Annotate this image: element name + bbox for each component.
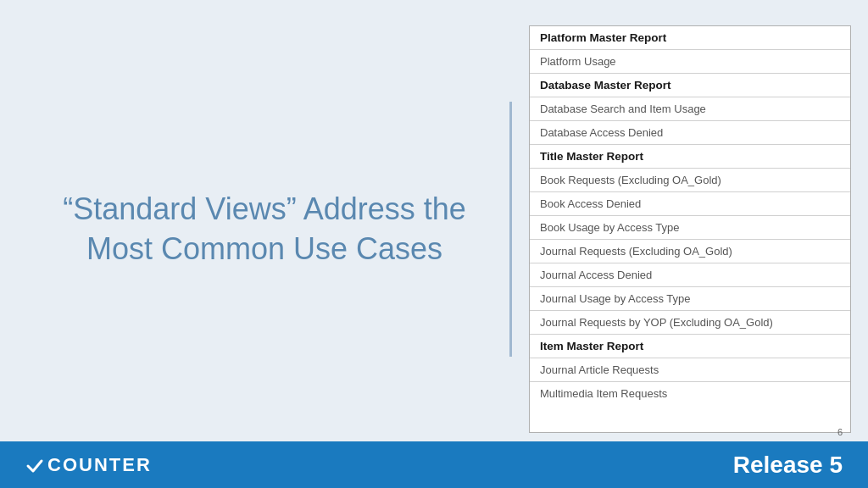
slide-number: 6 xyxy=(837,427,843,437)
table-row: Book Requests (Excluding OA_Gold) xyxy=(530,169,850,192)
counter-logo: COUNTER xyxy=(25,454,152,476)
table-section-header-3: Item Master Report xyxy=(530,335,850,358)
table-row: Book Access Denied xyxy=(530,192,850,216)
table-section-header-2: Title Master Report xyxy=(530,145,850,169)
footer: COUNTER Release 5 xyxy=(0,441,868,488)
table-row: Multimedia Item Requests xyxy=(530,382,850,405)
table-row: Journal Article Requests xyxy=(530,358,850,382)
table-section-header-1: Database Master Report xyxy=(530,74,850,97)
slide: “Standard Views” Address the Most Common… xyxy=(0,0,868,488)
table-row: Journal Access Denied xyxy=(530,263,850,287)
release-label: Release 5 xyxy=(733,452,843,479)
left-panel: “Standard Views” Address the Most Common… xyxy=(0,17,512,441)
table-row: Journal Requests by YOP (Excluding OA_Go… xyxy=(530,311,850,335)
table-row: Book Usage by Access Type xyxy=(530,216,850,240)
right-panel: Platform Master ReportPlatform UsageData… xyxy=(529,25,851,433)
counter-logo-text: COUNTER xyxy=(47,454,152,476)
checkmark-icon xyxy=(25,456,44,474)
content-area: “Standard Views” Address the Most Common… xyxy=(0,0,868,441)
table-row: Journal Requests (Excluding OA_Gold) xyxy=(530,240,850,263)
table-row: Database Search and Item Usage xyxy=(530,97,850,121)
table-row: Journal Usage by Access Type xyxy=(530,287,850,311)
table-row: Platform Usage xyxy=(530,50,850,74)
slide-title: “Standard Views” Address the Most Common… xyxy=(34,190,495,269)
table-section-header-0: Platform Master Report xyxy=(530,26,850,50)
table-row: Database Access Denied xyxy=(530,121,850,145)
